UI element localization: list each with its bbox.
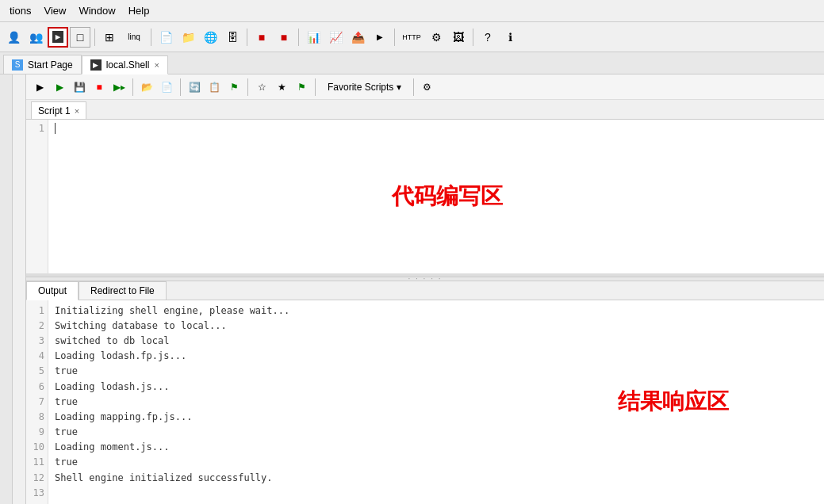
line-number: 7 xyxy=(26,395,44,410)
report-button[interactable]: 📊 xyxy=(303,27,324,48)
red-button-2[interactable]: ■ xyxy=(274,27,294,48)
code-area-label: 代码编写区 xyxy=(392,181,503,212)
copy-button[interactable]: 📋 xyxy=(205,78,223,96)
result-area-label: 结果响应区 xyxy=(618,387,729,417)
stop-button[interactable]: ■ xyxy=(90,78,108,96)
refresh-button[interactable]: 🔄 xyxy=(186,78,203,96)
file-button[interactable]: 📄 xyxy=(155,27,176,48)
star-button[interactable]: ☆ xyxy=(253,78,270,96)
redirect-tab[interactable]: Redirect to File xyxy=(79,281,167,300)
globe-button[interactable]: 🌐 xyxy=(200,27,220,48)
separator-1 xyxy=(94,29,95,46)
terminal-button[interactable]: ▶ xyxy=(48,27,68,48)
save-button[interactable]: 💾 xyxy=(71,78,88,96)
separator-5 xyxy=(394,29,395,46)
main-area: ▶ ▶ 💾 ■ ▶▸ 📂 📄 🔄 📋 ⚑ ☆ ★ ⚑ Favorite Scri… xyxy=(25,74,824,504)
info-button[interactable]: ℹ xyxy=(500,27,520,48)
main-tab-bar: S Start Page ▶ local.Shell × xyxy=(0,52,824,74)
main-toolbar: 👤 👥 ▶ □ ⊞ linq 📄 📁 🌐 🗄 ■ ■ 📊 📈 📤 ▶ HTTP … xyxy=(0,22,824,52)
separator-3 xyxy=(247,29,247,46)
shell-tab-close[interactable]: × xyxy=(154,60,159,70)
shell-icon: ▶ xyxy=(90,59,102,71)
line-number: 12 xyxy=(26,471,44,486)
output-line: true xyxy=(55,425,818,440)
red-button-1[interactable]: ■ xyxy=(251,27,272,48)
output-content: 12345678910111213 Initializing shell eng… xyxy=(26,300,824,504)
bookmark-button[interactable]: ⚑ xyxy=(293,78,310,96)
user-button[interactable]: 👤 xyxy=(3,27,24,48)
chart-button[interactable]: 📈 xyxy=(325,27,346,48)
tab-start-page[interactable]: S Start Page xyxy=(3,55,82,74)
line-number: 5 xyxy=(26,364,44,379)
console-button[interactable]: ▶ xyxy=(370,27,390,48)
flag-button[interactable]: ⚑ xyxy=(225,78,243,96)
editor-gutter: 1 xyxy=(26,120,48,273)
line-number: 1 xyxy=(26,304,44,319)
output-line: Shell engine initialized successfully. xyxy=(55,471,818,486)
folder-button[interactable]: 📁 xyxy=(178,27,198,48)
cursor xyxy=(55,123,56,134)
group-button[interactable]: 👥 xyxy=(25,27,46,48)
start-page-label: Start Page xyxy=(28,59,73,71)
gear-button[interactable]: ⚙ xyxy=(419,78,436,96)
separator-4 xyxy=(298,29,299,46)
menu-actions[interactable]: tions xyxy=(3,3,37,18)
output-panel: Output Redirect to File 1234567891011121… xyxy=(26,281,824,504)
line-number: 2 xyxy=(26,319,44,334)
output-line: true xyxy=(55,455,818,470)
new-button[interactable]: 📄 xyxy=(158,78,175,96)
grid-button[interactable]: ⊞ xyxy=(99,27,120,48)
line-number: 11 xyxy=(26,455,44,470)
script-1-close[interactable]: × xyxy=(75,106,79,116)
editor-and-output: Script 1 × 1 代码编写区 · · · · · xyxy=(26,100,824,504)
menubar: tions View Window Help xyxy=(0,0,824,22)
separator-6 xyxy=(473,29,473,46)
menu-view[interactable]: View xyxy=(37,3,72,18)
terminal2-button[interactable]: □ xyxy=(70,27,90,48)
linq-button[interactable]: linq xyxy=(121,27,147,48)
run-green-button[interactable]: ▶ xyxy=(51,78,68,96)
line-number: 6 xyxy=(26,380,44,395)
left-sidebar xyxy=(0,74,13,504)
run-button[interactable]: ▶ xyxy=(31,78,48,96)
script-tab-bar: Script 1 × xyxy=(26,100,824,120)
line-1-number: 1 xyxy=(26,123,44,134)
script-sep-2 xyxy=(180,78,181,96)
script-sep-3 xyxy=(247,78,248,96)
http-button[interactable]: HTTP xyxy=(399,27,424,48)
line-number: 10 xyxy=(26,440,44,455)
open-button[interactable]: 📂 xyxy=(138,78,155,96)
line-number: 4 xyxy=(26,349,44,364)
settings-button[interactable]: ⚙ xyxy=(426,27,446,48)
separator-2 xyxy=(151,29,151,46)
image-button[interactable]: 🖼 xyxy=(448,27,469,48)
app-window: tions View Window Help 👤 👥 ▶ □ ⊞ linq 📄 … xyxy=(0,0,824,504)
output-tab-bar: Output Redirect to File xyxy=(26,281,824,300)
output-gutter: 12345678910111213 xyxy=(26,300,48,504)
favorite-scripts-label: Favorite Scripts ▾ xyxy=(328,82,401,93)
line-number: 13 xyxy=(26,486,44,501)
local-shell-label: local.Shell xyxy=(106,59,150,71)
code-editor[interactable]: 1 代码编写区 xyxy=(26,120,824,277)
output-line: Switching database to local... xyxy=(55,319,818,334)
menu-help[interactable]: Help xyxy=(122,3,156,18)
output-line: true xyxy=(55,364,818,379)
script-1-label: Script 1 xyxy=(38,105,71,116)
script-toolbar: ▶ ▶ 💾 ■ ▶▸ 📂 📄 🔄 📋 ⚑ ☆ ★ ⚑ Favorite Scri… xyxy=(26,74,824,100)
start-page-icon: S xyxy=(12,59,23,71)
output-line: Loading moment.js... xyxy=(55,440,818,455)
script-1-tab[interactable]: Script 1 × xyxy=(31,101,86,119)
export-button[interactable]: 📤 xyxy=(347,27,368,48)
output-line: Initializing shell engine, please wait..… xyxy=(55,304,818,319)
run-arrow-button[interactable]: ▶▸ xyxy=(110,78,128,96)
favorite-scripts-button[interactable]: Favorite Scripts ▾ xyxy=(320,78,408,96)
script-sep-5 xyxy=(413,78,414,96)
output-tab[interactable]: Output xyxy=(26,281,79,300)
db-button[interactable]: 🗄 xyxy=(222,27,243,48)
star2-button[interactable]: ★ xyxy=(273,78,290,96)
menu-window[interactable]: Window xyxy=(72,3,121,18)
help-button[interactable]: ? xyxy=(477,27,498,48)
output-line: switched to db local xyxy=(55,334,818,349)
tab-local-shell[interactable]: ▶ local.Shell × xyxy=(82,55,168,74)
script-sep-4 xyxy=(315,78,316,96)
